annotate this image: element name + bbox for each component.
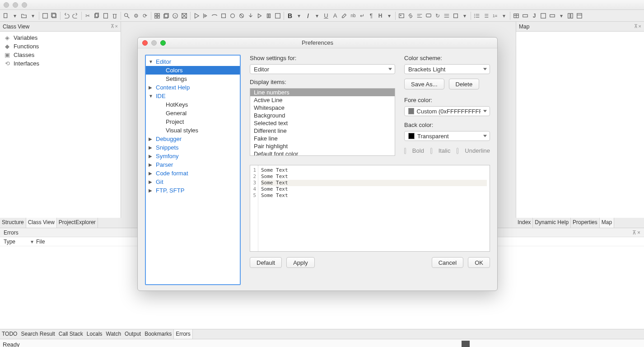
disclosure-arrow-icon[interactable]: ▶ [149, 171, 154, 176]
tree-node-symfony[interactable]: ▶Symfony [146, 152, 240, 160]
disclosure-arrow-icon[interactable]: ▼ [149, 59, 154, 64]
tree-node-general[interactable]: General [146, 109, 240, 117]
col-file[interactable]: File [36, 239, 45, 245]
maximize-dot-icon[interactable] [160, 40, 166, 46]
dropdown-arrow-icon[interactable]: ▾ [385, 12, 393, 20]
tab-todo[interactable]: TODO [0, 329, 19, 339]
restart-icon[interactable] [274, 12, 282, 20]
cancel-button[interactable]: Cancel [432, 257, 463, 268]
delete-icon[interactable] [111, 12, 119, 20]
class-view-item[interactable]: ◆Functions [0, 42, 121, 51]
highlight-icon[interactable] [340, 12, 348, 20]
pin-icon[interactable]: ⊼ [632, 230, 636, 236]
class-view-item[interactable]: ⟲Interfaces [0, 59, 121, 68]
dropdown-arrow-icon[interactable]: ▾ [295, 12, 303, 20]
tab-index[interactable]: Index [516, 218, 533, 228]
tab-class-view[interactable]: Class View [26, 218, 57, 228]
tab-dynamic-help[interactable]: Dynamic Help [533, 218, 571, 228]
minimize-dot-icon[interactable] [151, 40, 157, 46]
maximize-dot-icon[interactable] [22, 2, 27, 8]
bold-icon[interactable]: B [286, 12, 294, 20]
display-item[interactable]: Different line [250, 127, 395, 135]
tree-node-git[interactable]: ▶Git [146, 178, 240, 186]
link-icon[interactable] [406, 12, 415, 20]
disclosure-arrow-icon[interactable]: ▼ [149, 94, 154, 98]
pin-icon[interactable]: ⊼ [634, 23, 638, 29]
breakpoint-icon[interactable] [229, 12, 237, 20]
tree-node-visual-styles[interactable]: Visual styles [146, 126, 240, 135]
close-dot-icon[interactable] [4, 2, 9, 8]
list-ul-icon[interactable] [473, 12, 481, 20]
redo-icon[interactable] [71, 12, 79, 20]
underline-icon[interactable]: U [322, 12, 330, 20]
display-items-list[interactable]: Line numbersActive LineWhitespaceBackgro… [250, 88, 395, 156]
apply-button[interactable]: Apply [286, 257, 315, 268]
show-settings-select[interactable]: Editor [250, 64, 395, 74]
close-dot-icon[interactable] [142, 40, 148, 46]
undo-icon[interactable] [62, 12, 70, 20]
tab-search-result[interactable]: Search Result [19, 329, 56, 339]
nbsp-icon[interactable]: nb [349, 12, 357, 20]
panel-icon[interactable] [575, 12, 583, 20]
display-item[interactable]: Background [250, 112, 395, 119]
grid-icon[interactable] [153, 12, 161, 20]
disclosure-arrow-icon[interactable]: ▶ [149, 145, 154, 150]
dropdown-arrow-icon[interactable]: ▾ [29, 12, 37, 20]
tree-node-context-help[interactable]: ▶Context Help [146, 83, 240, 92]
step-out-icon[interactable] [256, 12, 264, 20]
tree-node-code-format[interactable]: ▶Code format [146, 169, 240, 178]
font-color-icon[interactable]: A [331, 12, 339, 20]
dropdown-arrow-icon[interactable]: ▾ [461, 12, 469, 20]
col-type[interactable]: Type [4, 239, 31, 245]
display-item[interactable]: Active Line [250, 96, 395, 104]
tab-map[interactable]: Map [600, 218, 614, 228]
dropdown-arrow-icon[interactable]: ▾ [313, 12, 321, 20]
tree-node-ide[interactable]: ▼IDE [146, 92, 240, 100]
new-file-icon[interactable] [2, 12, 10, 20]
script-icon[interactable]: J [530, 12, 538, 20]
table-icon[interactable] [512, 12, 520, 20]
save-icon[interactable] [41, 12, 49, 20]
newline-icon[interactable]: ↵ [358, 12, 366, 20]
disclosure-arrow-icon[interactable]: ▶ [149, 188, 154, 193]
close-icon[interactable]: × [639, 23, 641, 29]
step-into-icon[interactable] [247, 12, 255, 20]
close-icon[interactable]: × [637, 230, 640, 236]
display-item[interactable]: Whitespace [250, 104, 395, 112]
open-folder-icon[interactable] [20, 12, 28, 20]
tree-node-project[interactable]: Project [146, 117, 240, 126]
fore-color-select[interactable]: Custom (0xFFFFFFFFFF76 [404, 106, 490, 116]
layout-icon[interactable] [566, 12, 574, 20]
settings-gear-icon[interactable]: ⚙ [132, 12, 140, 20]
disclosure-arrow-icon[interactable]: ▶ [149, 85, 154, 90]
tab-call-stack[interactable]: Call Stack [57, 329, 85, 339]
preferences-tree[interactable]: ▼EditorColorsSettings▶Context Help▼IDEHo… [145, 55, 241, 285]
tab-bookmarks[interactable]: Bookmarks [143, 329, 173, 339]
image-icon[interactable] [397, 12, 406, 20]
dropdown-arrow-icon[interactable]: ▾ [557, 12, 565, 20]
tree-node-parser[interactable]: ▶Parser [146, 160, 240, 169]
find-icon[interactable] [123, 12, 131, 20]
italic-icon[interactable]: I [304, 12, 312, 20]
expand-icon[interactable] [180, 12, 188, 20]
tab-properties[interactable]: Properties [571, 218, 600, 228]
tab-errors[interactable]: Errors [173, 329, 193, 339]
tree-node-hotkeys[interactable]: HotKeys [146, 100, 240, 109]
ok-button[interactable]: OK [468, 257, 490, 268]
default-button[interactable]: Default [250, 257, 282, 268]
display-item[interactable]: Fake line [250, 135, 395, 142]
pin-icon[interactable]: ⊼ [111, 23, 114, 29]
table-row-icon[interactable] [521, 12, 529, 20]
form-icon[interactable] [539, 12, 547, 20]
cut-icon[interactable]: ✂ [84, 12, 92, 20]
help-icon[interactable]: ? [171, 12, 179, 20]
class-view-item[interactable]: ◈Variables [0, 33, 121, 42]
minimize-dot-icon[interactable] [13, 2, 18, 8]
display-item[interactable]: Selected text [250, 119, 395, 127]
tree-node-ftp-sftp[interactable]: ▶FTP, SFTP [146, 186, 240, 195]
tab-structure[interactable]: Structure [0, 218, 26, 228]
tab-locals[interactable]: Locals [85, 329, 104, 339]
italic-checkbox[interactable] [430, 148, 432, 154]
close-icon[interactable]: × [115, 23, 118, 29]
copy-icon[interactable] [93, 12, 101, 20]
